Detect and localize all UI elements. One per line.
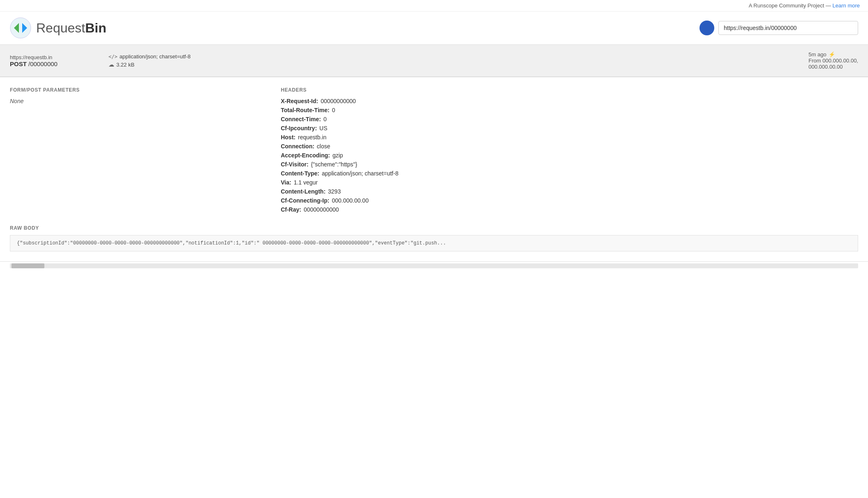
request-time-col: 5m ago ⚡ From 000.000.00.00, 000.000.00.… — [808, 51, 858, 70]
request-method: POST — [10, 60, 27, 67]
header-row: Cf-Connecting-Ip:000.000.00.00 — [281, 197, 858, 204]
header-value: close — [317, 143, 330, 150]
headers-panel: HEADERS X-Request-Id:00000000000Total-Ro… — [281, 87, 858, 215]
request-summary-row: https://requestb.in POST /00000000 </> a… — [0, 45, 868, 77]
request-from-ip2: 000.000.00.00 — [808, 64, 858, 70]
request-url-base: https://requestb.in — [10, 54, 92, 60]
scroll-track[interactable] — [10, 263, 858, 268]
request-path: /00000000 — [28, 60, 58, 67]
logo-area: RequestBin — [10, 17, 106, 39]
form-post-params-value: None — [10, 98, 264, 104]
raw-body-title: RAW BODY — [10, 225, 858, 231]
raw-body-section: RAW BODY {"subscriptionId":"00000000-000… — [0, 225, 868, 261]
request-content-col: </> application/json; charset=utf-8 ☁ 3.… — [108, 51, 191, 70]
header-key: X-Request-Id: — [281, 98, 318, 104]
headers-title: HEADERS — [281, 87, 858, 93]
header-row: Cf-Ray:00000000000 — [281, 206, 858, 213]
header-value: requestb.in — [298, 134, 326, 141]
horizontal-scrollbar[interactable] — [0, 261, 868, 270]
headers-table: X-Request-Id:00000000000Total-Route-Time… — [281, 98, 858, 213]
header-row: Connection:close — [281, 143, 858, 150]
form-post-params-panel: FORM/POST PARAMETERS None — [10, 87, 264, 215]
header-row: Total-Route-Time:0 — [281, 107, 858, 113]
header-value: 00000000000 — [304, 206, 339, 213]
header-value: 00000000000 — [321, 98, 356, 104]
header-key: Via: — [281, 179, 291, 186]
form-post-params-title: FORM/POST PARAMETERS — [10, 87, 264, 93]
header-row: Connect-Time:0 — [281, 116, 858, 122]
header-value: 000.000.00.00 — [332, 197, 369, 204]
request-size: ☁ 3.22 kB — [108, 61, 191, 68]
header-value: 0 — [323, 116, 327, 122]
header-value: 1.1 vegur — [294, 179, 318, 186]
header-row: X-Request-Id:00000000000 — [281, 98, 858, 104]
header-right — [699, 21, 858, 35]
header-row: Host:requestb.in — [281, 134, 858, 141]
request-time-ago: 5m ago ⚡ — [808, 51, 858, 58]
app-logo-text: RequestBin — [36, 21, 106, 36]
learn-more-link[interactable]: Learn more — [833, 2, 860, 9]
raw-body-content: {"subscriptionId":"00000000-0000-0000-00… — [10, 235, 858, 251]
header-value: application/json; charset=utf-8 — [322, 170, 398, 177]
header-key: Accept-Encoding: — [281, 152, 330, 159]
header-value: US — [319, 125, 327, 131]
header-value: {"scheme":"https"} — [311, 161, 358, 168]
code-icon: </> — [108, 54, 118, 60]
header-row: Cf-Ipcountry:US — [281, 125, 858, 131]
bin-status-indicator — [699, 21, 714, 35]
header-key: Cf-Ipcountry: — [281, 125, 317, 131]
header-key: Host: — [281, 134, 295, 141]
request-method-path: POST /00000000 — [10, 60, 92, 67]
bin-url-input[interactable] — [718, 21, 858, 35]
requestbin-logo-icon — [10, 17, 31, 39]
header-value: gzip — [332, 152, 343, 159]
content-area: FORM/POST PARAMETERS None HEADERS X-Requ… — [0, 77, 868, 225]
link-icon: ⚡ — [829, 51, 835, 58]
header-key: Connection: — [281, 143, 314, 150]
header-value: 0 — [332, 107, 335, 113]
header-key: Cf-Visitor: — [281, 161, 308, 168]
header-key: Cf-Ray: — [281, 206, 301, 213]
banner-text: A Runscope Community Project — — [749, 2, 833, 9]
header-key: Total-Route-Time: — [281, 107, 329, 113]
request-from: From 000.000.00.00, — [808, 58, 858, 64]
header-row: Accept-Encoding:gzip — [281, 152, 858, 159]
request-content-type: </> application/json; charset=utf-8 — [108, 53, 191, 60]
header-key: Cf-Connecting-Ip: — [281, 197, 329, 204]
cloud-icon: ☁ — [108, 61, 114, 68]
svg-point-0 — [10, 18, 31, 38]
header-row: Cf-Visitor:{"scheme":"https"} — [281, 161, 858, 168]
header-key: Connect-Time: — [281, 116, 321, 122]
header-row: Content-Length:3293 — [281, 188, 858, 195]
request-endpoint-col: https://requestb.in POST /00000000 — [10, 51, 92, 70]
header-row: Content-Type:application/json; charset=u… — [281, 170, 858, 177]
header-key: Content-Type: — [281, 170, 319, 177]
header-row: Via:1.1 vegur — [281, 179, 858, 186]
app-header: RequestBin — [0, 12, 868, 45]
header-value: 3293 — [328, 188, 341, 195]
header-key: Content-Length: — [281, 188, 326, 195]
top-banner: A Runscope Community Project — Learn mor… — [0, 0, 868, 12]
scroll-thumb[interactable] — [12, 263, 44, 268]
